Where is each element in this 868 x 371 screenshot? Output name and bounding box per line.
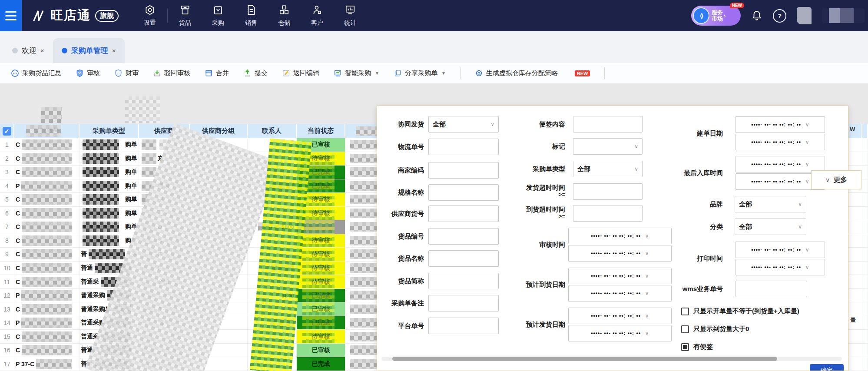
panel-checkbox-only-arrival-gt0[interactable]: 只显示到货量大于0 xyxy=(681,325,749,333)
censor-block xyxy=(302,275,334,288)
chevron-down-icon: ∨ xyxy=(798,224,802,230)
panel-input-goods-short-name[interactable] xyxy=(428,273,499,289)
menu-toggle-button[interactable] xyxy=(0,0,22,31)
cell-group xyxy=(190,316,248,330)
panel-input-delivery-overtime[interactable] xyxy=(573,183,643,200)
bell-icon[interactable] xyxy=(751,10,762,21)
cell-filler xyxy=(862,138,868,152)
toolbar-button-submit[interactable]: 提交 xyxy=(243,69,268,77)
censor-block xyxy=(302,220,334,234)
checkbox-label: 只显示到货量大于0 xyxy=(693,325,749,333)
tab-purchase-orders[interactable]: 采购单管理× xyxy=(53,38,125,63)
panel-select-mark[interactable]: ∨ xyxy=(573,138,643,155)
select-all-checkbox[interactable]: ✓ xyxy=(3,127,11,136)
censor-block xyxy=(166,318,182,328)
panel-input-platform-order-no[interactable] xyxy=(428,318,499,334)
nav-item-settings[interactable]: 设置 xyxy=(133,0,166,31)
nav-item-sales[interactable]: 销售 xyxy=(235,0,268,31)
panel-date-expected-delivery-date-end[interactable]: ••••- ••- •• ••: ••: ••∨ xyxy=(568,325,672,341)
panel-input-arrival-overtime[interactable] xyxy=(573,205,643,222)
cell-supplier: 海康 xyxy=(139,179,190,193)
nav-item-warehouse[interactable]: 仓储 xyxy=(268,0,301,31)
panel-input-wms-business-no[interactable] xyxy=(735,281,807,297)
toolbar-button-back-edit[interactable]: 返回编辑 xyxy=(282,69,319,77)
help-icon[interactable]: ? xyxy=(773,9,786,23)
panel-input-goods-no[interactable] xyxy=(428,228,499,245)
supplier-fragment: 可 xyxy=(158,209,164,217)
censor-block xyxy=(89,249,125,259)
supplier-fragment: F xyxy=(158,265,162,272)
horizontal-scrollbar[interactable] xyxy=(381,357,842,361)
panel-input-logistics-no[interactable] xyxy=(428,139,499,155)
censor-block xyxy=(172,277,182,287)
panel-select-category[interactable]: 全部∨ xyxy=(735,219,806,235)
panel-checkbox-only-open-qty-diff[interactable]: 只显示开单量不等于(到货量+入库量) xyxy=(681,307,799,315)
sales-icon xyxy=(245,4,257,17)
order-no-fragment: P xyxy=(16,182,20,189)
nav-item-customer[interactable]: 客户 xyxy=(301,0,334,31)
scrollbar-thumb[interactable] xyxy=(392,357,777,361)
nav-item-goods[interactable]: 货品 xyxy=(169,0,202,31)
smart-purchase-icon xyxy=(334,69,342,77)
nav-item-stats[interactable]: 统计 xyxy=(334,0,367,31)
panel-input-po-remark[interactable] xyxy=(428,295,499,311)
censor-block xyxy=(163,263,182,273)
panel-input-spec-name[interactable] xyxy=(428,184,499,201)
panel-label-merchant-code: 商家编码 xyxy=(380,162,424,179)
panel-date-create-date-start[interactable]: ••••- ••- •• ••: ••: ••∨ xyxy=(735,116,825,133)
toolbar-button-smart-purchase[interactable]: 智能采购▼ xyxy=(334,69,379,77)
nav-item-purchase[interactable]: 采购 xyxy=(202,0,235,31)
service-market-badge[interactable]: ⟨⟩ 服务 市场 › NEW xyxy=(691,6,741,26)
table-header-1: 采购单号 xyxy=(14,124,80,138)
table-header-5: 联系人 xyxy=(248,124,297,138)
toolbar-button-share-po[interactable]: 分享采购单▼ xyxy=(394,69,446,77)
table-header-4: 供应商分组 xyxy=(190,124,248,138)
panel-date-print-time-end[interactable]: ••••- ••- •• ••: ••: ••∨ xyxy=(735,259,825,275)
cell-statuscell: 待审核 xyxy=(297,193,345,206)
close-icon[interactable]: × xyxy=(112,47,116,54)
order-no-fragment: C xyxy=(16,237,20,244)
order-no-fragment: C xyxy=(16,251,20,258)
panel-select-collab-delivery[interactable]: 全部∨ xyxy=(428,116,499,132)
panel-date-create-date-end[interactable]: ••••- ••- •• ••: ••: ••∨ xyxy=(735,134,825,150)
checkbox-icon xyxy=(681,343,689,351)
confirm-button[interactable]: 确定 xyxy=(810,364,844,371)
panel-input-supplier-item-no[interactable] xyxy=(428,205,499,222)
panel-label-collab-delivery: 协同发货 xyxy=(380,116,424,132)
close-icon[interactable]: × xyxy=(40,47,44,54)
cell-filler xyxy=(862,193,868,206)
supplier-fragment: 海康 xyxy=(158,182,170,190)
nav-item-label: 采购 xyxy=(212,19,224,27)
panel-checkbox-has-note[interactable]: 有便签 xyxy=(681,343,713,351)
panel-label-po-type: 采购单类型 xyxy=(507,161,565,177)
user-name-censored[interactable] xyxy=(822,8,865,23)
toolbar-button-virtual-warehouse-strategy[interactable]: 生成虚拟仓库存分配策略 xyxy=(475,69,558,77)
panel-select-po-type[interactable]: 全部∨ xyxy=(573,161,643,177)
panel-date-print-time-start[interactable]: ••••- ••- •• ••: ••: ••∨ xyxy=(735,242,825,258)
panel-select-brand[interactable]: 全部∨ xyxy=(735,196,806,212)
toolbar-button-audit[interactable]: 审核 xyxy=(76,69,100,77)
censor-block xyxy=(22,167,72,177)
panel-input-merchant-code[interactable] xyxy=(428,162,499,179)
toolbar-button-reject-audit[interactable]: 驳回审核 xyxy=(153,69,190,77)
cell-contact xyxy=(248,275,297,288)
cell-num: 1 xyxy=(0,138,14,152)
censor-block xyxy=(95,359,131,369)
cell-num: 9 xyxy=(0,248,14,261)
panel-date-expected-delivery-date-start[interactable]: ••••- ••- •• ••: ••: ••∨ xyxy=(568,308,672,324)
toolbar-button-finance-audit[interactable]: 财审 xyxy=(114,69,139,77)
cell-supplier xyxy=(139,289,190,302)
edit-icon xyxy=(282,69,290,77)
toolbar-button-merge[interactable]: 合并 xyxy=(205,69,229,77)
toolbar-button-goods-summary[interactable]: 采购货品汇总 xyxy=(11,69,61,77)
toolbar-divider xyxy=(460,67,461,79)
user-avatar[interactable] xyxy=(797,7,812,24)
panel-input-goods-name[interactable] xyxy=(428,250,499,267)
panel-input-note-content[interactable] xyxy=(573,116,643,132)
table-header-6: 当前状态 xyxy=(297,124,345,138)
header-label: 供应商 xyxy=(154,127,174,135)
po-type-fragment: 购单 xyxy=(125,182,137,190)
tab-welcome[interactable]: 欢迎× xyxy=(3,38,53,63)
more-filters-button[interactable]: ∨ 更多 xyxy=(811,170,861,189)
cell-supplier: 金捂 xyxy=(139,275,190,288)
